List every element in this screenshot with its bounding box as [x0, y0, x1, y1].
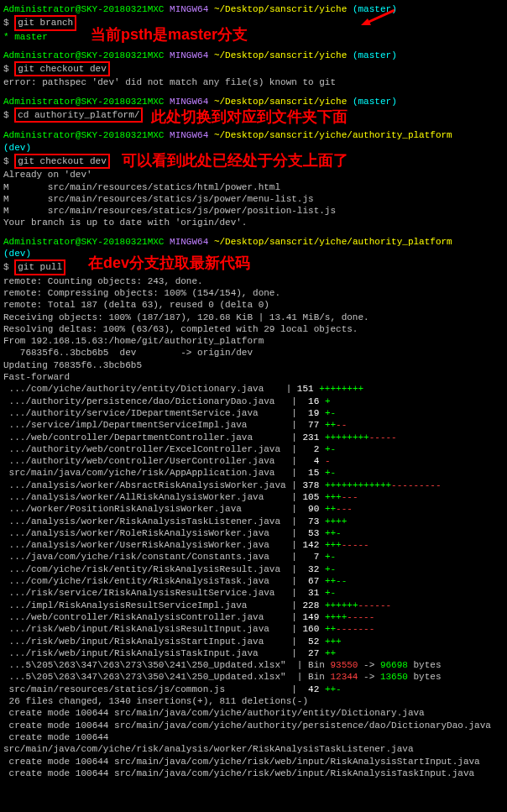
svg-line-0: [365, 10, 395, 24]
file-diff: .../com/yiche/authority/entity/Dictionar…: [3, 383, 504, 395]
output: Updating 76835f6..3bcb6b5: [3, 359, 504, 371]
bin-file-list: ...5\205\263\347\263\273\350\241\250_Upd…: [3, 659, 504, 684]
file-diff: .../risk/web/input/RiskAnalysisResultInp…: [3, 623, 504, 635]
output: Your branch is up to date with 'origin/d…: [3, 217, 504, 228]
annotation-4: 在dev分支拉取最新代码: [88, 254, 250, 273]
file-diff: .../java/com/yiche/risk/constant/Constan…: [3, 551, 504, 563]
annotation-2: 此处切换到对应到文件夹下面: [151, 107, 348, 127]
file-diff: .../analysis/worker/AbsractRiskAnalysisW…: [3, 479, 504, 491]
file-diff: .../impl/RiskAnalysisResultServiceImpl.j…: [3, 600, 504, 611]
file-diff: src/main/java/com/yiche/risk/AppApplicat…: [3, 467, 504, 479]
cmd-highlight: git checkout dev: [14, 61, 110, 76]
file-diff: src/main/resources/statics/js/common.js …: [3, 684, 504, 695]
file-diff: .../web/controller/RiskAnalysisControlle…: [3, 611, 504, 623]
file-diff: .../analysis/worker/UserRiskAnalysisWork…: [3, 539, 504, 551]
file-diff: .../authority/persistence/dao/Dictionary…: [3, 396, 504, 407]
cmd-highlight: git branch: [14, 15, 76, 30]
output: remote: Total 187 (delta 63), reused 0 (…: [3, 299, 504, 311]
create-mode: create mode 100644 src/main/java/com/yic…: [3, 731, 504, 756]
cmd-highlight: git checkout dev: [14, 154, 110, 169]
cmd-line[interactable]: $ git pull: [3, 259, 504, 275]
cmd-highlight: git pull: [14, 259, 65, 275]
create-list: create mode 100644 src/main/java/com/yic…: [3, 707, 504, 779]
annotation-3: 可以看到此处已经处于分支上面了: [122, 151, 348, 170]
annotation-1: 当前psth是master分支: [91, 25, 248, 45]
create-mode: create mode 100644 src/main/java/com/yic…: [3, 707, 504, 719]
file-diff: .../analysis/worker/RoleRiskAnalysisWork…: [3, 527, 504, 539]
file-diff-list: .../com/yiche/authority/entity/Dictionar…: [3, 383, 504, 659]
output: Already on 'dev': [3, 169, 504, 181]
file-diff: .../authority/web/controller/UserControl…: [3, 455, 504, 467]
file-diff: .../com/yiche/risk/entity/RiskAnalysisTa…: [3, 575, 504, 587]
file-diff: .../risk/web/input/RiskAnalysisTaskInput…: [3, 647, 504, 659]
output: remote: Compressing objects: 100% (154/1…: [3, 287, 504, 299]
output: remote: Counting objects: 243, done.: [3, 275, 504, 287]
output-error: error: pathspec 'dev' did not match any …: [3, 76, 504, 88]
prompt-branch: (dev): [3, 248, 504, 259]
create-mode: create mode 100644 src/main/java/com/yic…: [3, 720, 504, 731]
file-diff: .../risk/web/input/RiskAnalysisStartInpu…: [3, 636, 504, 647]
file-diff: .../risk/service/IRiskAnalysisResultServ…: [3, 587, 504, 599]
output: M src/main/resources/statics/js/power/me…: [3, 193, 504, 205]
create-mode: create mode 100644 src/main/java/com/yic…: [3, 756, 504, 767]
cmd-line[interactable]: $ git checkout dev: [3, 61, 504, 76]
output: Resolving deltas: 100% (63/63), complete…: [3, 323, 504, 335]
file-diff: .../analysis/worker/AllRiskAnalysisWorke…: [3, 491, 504, 503]
file-diff: .../authority/web/controller/ExcelContro…: [3, 443, 504, 455]
prompt-line: Administrator@SKY-20180321MXC MINGW64 ~/…: [3, 236, 504, 248]
prompt-line: Administrator@SKY-20180321MXC MINGW64 ~/…: [3, 3, 504, 15]
file-diff: .../web/controller/DepartmentController.…: [3, 432, 504, 443]
summary: 26 files changed, 1340 insertions(+), 81…: [3, 695, 504, 707]
output-branch: * master: [3, 31, 504, 43]
cmd-line[interactable]: $ git branch: [3, 15, 504, 30]
output: From 192.168.15.63:/home/git/authority_p…: [3, 335, 504, 347]
prompt-line: Administrator@SKY-20180321MXC MINGW64 ~/…: [3, 129, 504, 141]
arrow-icon: [361, 8, 395, 25]
file-diff: .../service/impl/DepartmentServiceImpl.j…: [3, 419, 504, 431]
file-diff: .../com/yiche/risk/entity/RiskAnalysisRe…: [3, 563, 504, 575]
file-diff: .../analysis/worker/RiskAnalysisTaskList…: [3, 516, 504, 527]
bin-file: ...5\205\263\347\263\273\350\241\250_Upd…: [3, 659, 504, 671]
output: Receiving objects: 100% (187/187), 120.6…: [3, 312, 504, 323]
file-diff: .../worker/PositionRiskAnalysisWorker.ja…: [3, 503, 504, 515]
output: M src/main/resources/statics/html/power.…: [3, 181, 504, 193]
bin-file: ...5\205\263\347\263\273\350\241\250_Upd…: [3, 671, 504, 683]
prompt-line: Administrator@SKY-20180321MXC MINGW64 ~/…: [3, 50, 504, 61]
output: M src/main/resources/statics/js/power/po…: [3, 205, 504, 217]
prompt-line: Administrator@SKY-20180321MXC MINGW64 ~/…: [3, 96, 504, 107]
output: Fast-forward: [3, 371, 504, 383]
output: 76835f6..3bcb6b5 dev -> origin/dev: [3, 347, 504, 359]
cmd-highlight: cd authority_platform/: [14, 107, 143, 123]
create-mode: create mode 100644 src/main/java/com/yic…: [3, 767, 504, 779]
file-diff: .../authority/service/IDepartmentService…: [3, 407, 504, 419]
